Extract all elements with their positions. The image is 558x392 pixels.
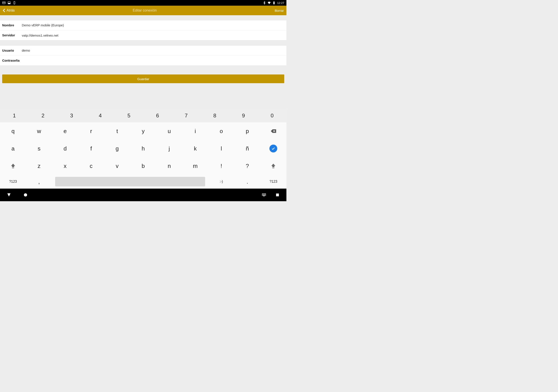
mail-icon (2, 1, 6, 5)
nav-home-button[interactable] (23, 193, 28, 197)
key-c[interactable]: c (78, 157, 104, 175)
svg-rect-5 (12, 168, 14, 168)
svg-rect-9 (263, 194, 263, 194)
enter-key[interactable] (261, 140, 286, 157)
svg-rect-11 (264, 194, 264, 194)
key-m[interactable]: m (182, 157, 208, 175)
name-label: Nombre (2, 24, 22, 27)
key-exclaim[interactable]: ! (208, 157, 234, 175)
key-y[interactable]: y (130, 122, 156, 140)
space-key[interactable] (52, 175, 208, 189)
key-7[interactable]: 7 (172, 109, 200, 122)
user-label: Usuario (2, 49, 22, 52)
shift-left-key[interactable] (0, 157, 26, 175)
svg-rect-3 (274, 2, 275, 4)
key-x[interactable]: x (52, 157, 78, 175)
key-h[interactable]: h (130, 140, 156, 157)
emoji-key[interactable]: :-) (208, 175, 234, 189)
key-6[interactable]: 6 (143, 109, 172, 122)
key-a[interactable]: a (0, 140, 26, 157)
svg-rect-6 (272, 168, 274, 168)
key-r[interactable]: r (78, 122, 104, 140)
bluetooth-icon (263, 1, 266, 5)
key-q[interactable]: q (0, 122, 26, 140)
key-question[interactable]: ? (234, 157, 260, 175)
period-key[interactable]: . (234, 175, 260, 189)
key-t[interactable]: t (104, 122, 130, 140)
key-p[interactable]: p (234, 122, 260, 140)
svg-rect-20 (276, 194, 279, 196)
svg-rect-13 (265, 194, 265, 194)
comma-key[interactable]: , (26, 175, 52, 189)
server-label: Servidor (2, 34, 22, 37)
back-button[interactable]: Atrás (3, 9, 15, 12)
key-l[interactable]: l (208, 140, 234, 157)
key-d[interactable]: d (52, 140, 78, 157)
key-w[interactable]: w (26, 122, 52, 140)
name-row[interactable]: Nombre (0, 20, 286, 30)
svg-rect-16 (264, 195, 264, 195)
svg-rect-10 (263, 194, 263, 194)
name-input[interactable] (22, 23, 284, 27)
key-b[interactable]: b (130, 157, 156, 175)
key-3[interactable]: 3 (57, 109, 86, 122)
page-title: Editar conexión (15, 9, 275, 12)
server-input[interactable] (22, 34, 284, 37)
backspace-key[interactable] (261, 122, 286, 140)
key-o[interactable]: o (208, 122, 234, 140)
key-v[interactable]: v (104, 157, 130, 175)
user-input[interactable] (22, 49, 284, 52)
server-row[interactable]: Servidor (0, 30, 286, 40)
key-z[interactable]: z (26, 157, 52, 175)
nav-back-button[interactable] (7, 193, 11, 197)
connection-form: Nombre Servidor Usuario Contraseña Guard… (0, 15, 286, 83)
key-j[interactable]: j (156, 140, 182, 157)
key-k[interactable]: k (182, 140, 208, 157)
key-1[interactable]: 1 (0, 109, 28, 122)
navigation-bar (0, 189, 286, 201)
key-2[interactable]: 2 (28, 109, 57, 122)
keyboard-hide-icon[interactable] (262, 193, 266, 197)
battery-icon (272, 1, 276, 5)
password-row[interactable]: Contraseña (0, 56, 286, 66)
key-f[interactable]: f (78, 140, 104, 157)
key-ñ[interactable]: ñ (234, 140, 260, 157)
app-bar: Atrás Editar conexión Borrar (0, 6, 286, 15)
symbols-right-key[interactable]: ?123 (261, 175, 286, 189)
keyboard: 1234567890 qwertyuiop asdfghjklñ zxcvbnm… (0, 109, 286, 189)
svg-rect-4 (274, 1, 274, 1)
key-s[interactable]: s (26, 140, 52, 157)
password-label: Contraseña (2, 59, 23, 62)
delete-button[interactable]: Borrar (275, 9, 284, 12)
key-4[interactable]: 4 (86, 109, 114, 122)
key-n[interactable]: n (156, 157, 182, 175)
svg-rect-14 (263, 195, 263, 195)
save-button[interactable]: Guardar (2, 75, 284, 83)
password-input[interactable] (23, 59, 284, 62)
device-icon (13, 1, 16, 5)
svg-rect-12 (264, 194, 265, 194)
key-u[interactable]: u (156, 122, 182, 140)
key-g[interactable]: g (104, 140, 130, 157)
key-8[interactable]: 8 (201, 109, 229, 122)
back-label: Atrás (7, 9, 15, 12)
key-0[interactable]: 0 (258, 109, 286, 122)
status-time: 12:27 (277, 1, 284, 5)
svg-rect-19 (263, 195, 265, 196)
key-9[interactable]: 9 (229, 109, 258, 122)
chevron-left-icon (3, 9, 5, 12)
symbols-left-key[interactable]: ?123 (0, 175, 26, 189)
svg-rect-2 (14, 1, 15, 4)
svg-point-7 (24, 193, 27, 197)
key-5[interactable]: 5 (115, 109, 143, 122)
user-row[interactable]: Usuario (0, 45, 286, 56)
image-icon (7, 1, 11, 5)
key-e[interactable]: e (52, 122, 78, 140)
shift-right-key[interactable] (261, 157, 286, 175)
svg-rect-18 (265, 195, 265, 195)
status-bar: 12:27 (0, 0, 286, 6)
key-i[interactable]: i (182, 122, 208, 140)
svg-rect-17 (264, 195, 265, 195)
wifi-icon (267, 1, 271, 5)
nav-recent-button[interactable] (275, 193, 280, 197)
